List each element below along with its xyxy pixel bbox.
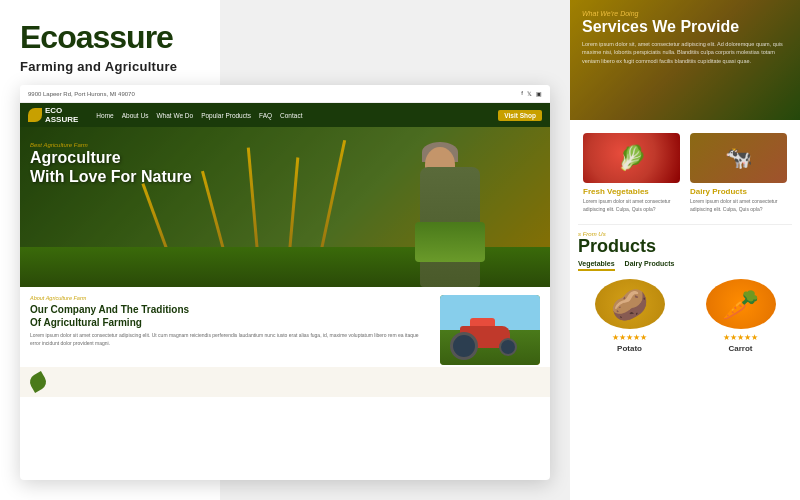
potato-stars: ★★★★★ xyxy=(578,333,681,342)
hero-title: Agroculture With Love For Nature xyxy=(30,148,192,186)
site-logo: ECOASSURE xyxy=(28,106,78,124)
services-small-label: What We're Doing xyxy=(582,10,788,17)
tractor xyxy=(445,315,525,360)
site-hero: Best Agriculture Farm Agroculture With L… xyxy=(20,127,550,287)
site-about: About Agriculture Farm Our Company And T… xyxy=(20,287,550,367)
carrot-name: Carrot xyxy=(689,344,792,353)
site-mockup: 9900 Lapeer Rd, Port Hurons, MI 49070 f … xyxy=(20,85,550,480)
nav-faq[interactable]: FAQ xyxy=(259,112,272,119)
about-small-label: About Agriculture Farm xyxy=(30,295,430,301)
tab-vegetables[interactable]: Vegetables xyxy=(578,260,615,271)
about-text: Lorem ipsum dolor sit amet consectetur a… xyxy=(30,332,430,347)
site-leaf-section xyxy=(20,367,550,397)
dairy-card-title: Dairy Products xyxy=(690,187,787,196)
about-left: About Agriculture Farm Our Company And T… xyxy=(30,295,430,359)
right-panel: What We're Doing Services We Provide Lor… xyxy=(570,0,800,500)
nav-home[interactable]: Home xyxy=(96,112,113,119)
facebook-icon: f xyxy=(521,90,523,97)
tractor-wheel-big xyxy=(450,332,478,360)
instagram-icon: ▣ xyxy=(536,90,542,97)
nav-links: Home About Us What We Do Popular Product… xyxy=(96,112,488,119)
about-image xyxy=(440,295,540,365)
products-from-section: s From Us Products Vegetables Dairy Prod… xyxy=(570,231,800,361)
nav-what[interactable]: What We Do xyxy=(156,112,193,119)
twitter-icon: 𝕏 xyxy=(527,90,532,97)
visit-shop-button[interactable]: Visit Shop xyxy=(498,110,542,121)
topbar-address: 9900 Lapeer Rd, Port Hurons, MI 49070 xyxy=(28,91,521,97)
site-topbar: 9900 Lapeer Rd, Port Hurons, MI 49070 f … xyxy=(20,85,550,103)
vegetables-card-text: Lorem ipsum dolor sit amet consectetur a… xyxy=(583,198,680,213)
farmer-figure xyxy=(410,147,490,287)
site-navbar: ECOASSURE Home About Us What We Do Popul… xyxy=(20,103,550,127)
dairy-card-img xyxy=(690,133,787,183)
services-section: What We're Doing Services We Provide Lor… xyxy=(570,0,800,120)
carrot-stars: ★★★★★ xyxy=(689,333,792,342)
product-items-row: 🥔 ★★★★★ Potato 🥕 ★★★★★ Carrot xyxy=(578,279,792,361)
leaf-icon xyxy=(27,371,49,393)
basket-veggies xyxy=(415,222,485,262)
logo-leaf-icon xyxy=(28,108,42,122)
products-from-title: Products xyxy=(578,237,792,255)
brand-title: Ecoassure xyxy=(20,20,200,55)
tractor-wheel-small xyxy=(499,338,517,356)
dairy-card-text: Lorem ipsum dolor sit amet consectetur a… xyxy=(690,198,787,213)
tab-dairy[interactable]: Dairy Products xyxy=(625,260,675,271)
potato-image: 🥔 xyxy=(595,279,665,329)
panel-divider xyxy=(578,224,792,225)
dairy-card: Dairy Products Lorem ipsum dolor sit ame… xyxy=(685,128,792,218)
vegetables-card-img xyxy=(583,133,680,183)
about-title: Our Company And The Traditions Of Agricu… xyxy=(30,303,430,329)
services-text: Lorem ipsum dolor sit, amet consectetur … xyxy=(582,40,788,65)
vegetables-card-title: Fresh Vegetables xyxy=(583,187,680,196)
nav-products[interactable]: Popular Products xyxy=(201,112,251,119)
brand-subtitle: Farming and Agriculture xyxy=(20,59,200,74)
social-icons: f 𝕏 ▣ xyxy=(521,90,542,97)
logo-text: ECOASSURE xyxy=(45,106,78,124)
hero-text: Best Agriculture Farm Agroculture With L… xyxy=(30,142,192,186)
products-tabs: Vegetables Dairy Products xyxy=(578,260,792,271)
vegetables-card: Fresh Vegetables Lorem ipsum dolor sit a… xyxy=(578,128,685,218)
nav-about[interactable]: About Us xyxy=(122,112,149,119)
vegetables-image xyxy=(583,133,680,183)
carrot-image: 🥕 xyxy=(706,279,776,329)
carrot-item: 🥕 ★★★★★ Carrot xyxy=(689,279,792,353)
dairy-image xyxy=(690,133,787,183)
services-title: Services We Provide xyxy=(582,17,788,36)
product-cards-row: Fresh Vegetables Lorem ipsum dolor sit a… xyxy=(570,120,800,218)
potato-name: Potato xyxy=(578,344,681,353)
nav-contact[interactable]: Contact xyxy=(280,112,302,119)
potato-item: 🥔 ★★★★★ Potato xyxy=(578,279,681,353)
